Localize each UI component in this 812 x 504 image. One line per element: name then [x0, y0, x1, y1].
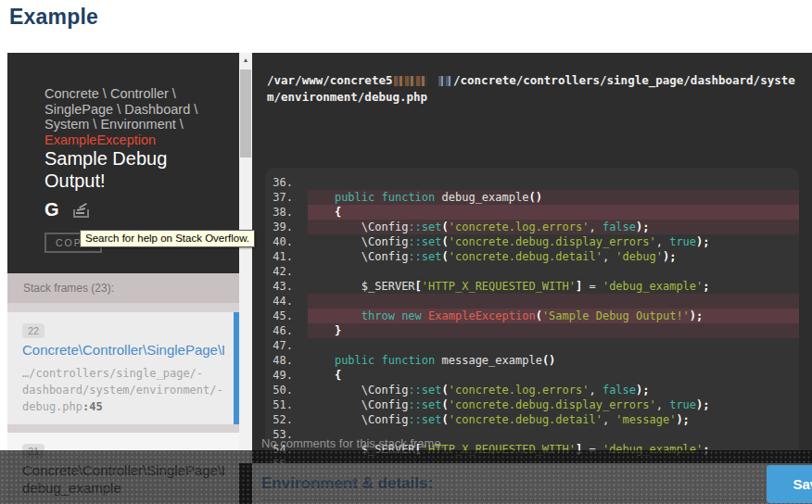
redacted-text [438, 76, 451, 86]
exception-message: Sample Debug Output! [44, 147, 207, 192]
no-comments-text: No comments for this stack frame. [261, 436, 444, 450]
whoops-sidebar: Concrete \ Controller \ SinglePage \ Das… [7, 53, 239, 504]
code-line-50: 50. \Config::set('concrete.log.errors', … [265, 383, 799, 397]
scrollbar-up-arrow-icon[interactable]: ▲ [239, 53, 252, 68]
exception-name: ExampleException [44, 132, 156, 147]
frame-index-badge: 22 [22, 323, 44, 338]
whoops-error-panel: Concrete \ Controller \ SinglePage \ Das… [7, 53, 812, 504]
code-viewer: 36.37. public function debug_example()38… [265, 168, 799, 477]
code-line-39: 39. \Config::set('concrete.log.errors', … [265, 220, 799, 234]
google-search-icon[interactable]: G [44, 199, 59, 220]
frame-path: …/controllers/single_page/- dashboard/sy… [22, 365, 224, 415]
code-line-49: 49. { [265, 368, 799, 383]
scrollbar-thumb[interactable] [240, 69, 251, 158]
code-line-46: 46. } [265, 323, 799, 338]
frame-path-file: debug.php [22, 400, 82, 413]
stackoverflow-bar [76, 212, 84, 214]
code-panel: /var/www/concrete5 /concrete/controllers… [252, 53, 812, 504]
frame-path-line: …/controllers/single_page/- [22, 367, 203, 380]
code-line-42: 42. [265, 264, 799, 279]
exception-class: Concrete \ Controller \ SinglePage \ Das… [44, 86, 197, 147]
code-line-41: 41. \Config::set('concrete.debug.detail'… [265, 249, 799, 264]
exception-namespace-line: SinglePage \ Dashboard \ [44, 102, 197, 117]
code-line-45: 45. throw new ExampleException('Sample D… [265, 309, 799, 323]
divider [7, 424, 239, 433]
frame-line-number: :45 [82, 400, 103, 413]
code-line-38: 38. { [265, 205, 799, 220]
search-help-icons: G [44, 199, 88, 220]
sidebar-scrollbar[interactable]: ▲ [239, 53, 252, 463]
stackoverflow-search-icon[interactable] [72, 201, 88, 218]
frame-title[interactable]: Concrete\Controller\SinglePage\Das [22, 341, 224, 359]
code-line-40: 40. \Config::set('concrete.debug.display… [265, 234, 799, 249]
code-line-37: 37. public function debug_example() [265, 190, 799, 205]
edit-mode-overlay [0, 450, 812, 504]
code-line-47: 47. [265, 338, 799, 353]
stack-frame-22[interactable]: 22 Concrete\Controller\SinglePage\Das …/… [7, 312, 239, 424]
code-line-51: 51. \Config::set('concrete.debug.display… [265, 397, 799, 412]
exception-summary: Concrete \ Controller \ SinglePage \ Das… [7, 53, 239, 273]
exception-namespace-line: System \ Environment \ [44, 117, 184, 132]
stack-frames-header: Stack frames (23): [7, 273, 239, 303]
file-path-header: /var/www/concrete5 /concrete/controllers… [267, 72, 797, 106]
file-path-prefix: /var/www/concrete5 [267, 73, 392, 87]
code-line-48: 48. public function message_example() [265, 353, 799, 368]
page-title: Example [9, 5, 98, 30]
code-line-43: 43. $_SERVER['HTTP_X_REQUESTED_WITH'] = … [265, 279, 799, 294]
divider [7, 303, 239, 312]
code-line-52: 52. \Config::set('concrete.debug.detail'… [265, 412, 799, 427]
redacted-text [394, 76, 427, 86]
stackoverflow-tooltip: Search for help on Stack Overflow. [80, 230, 255, 247]
code-line-44: 44. [265, 294, 799, 309]
save-button[interactable]: Save [767, 465, 812, 503]
exception-namespace-line: Concrete \ Controller \ [44, 86, 176, 101]
code-line-36: 36. [265, 175, 799, 190]
frame-path-line: dashboard/system/environment/- [22, 384, 223, 397]
